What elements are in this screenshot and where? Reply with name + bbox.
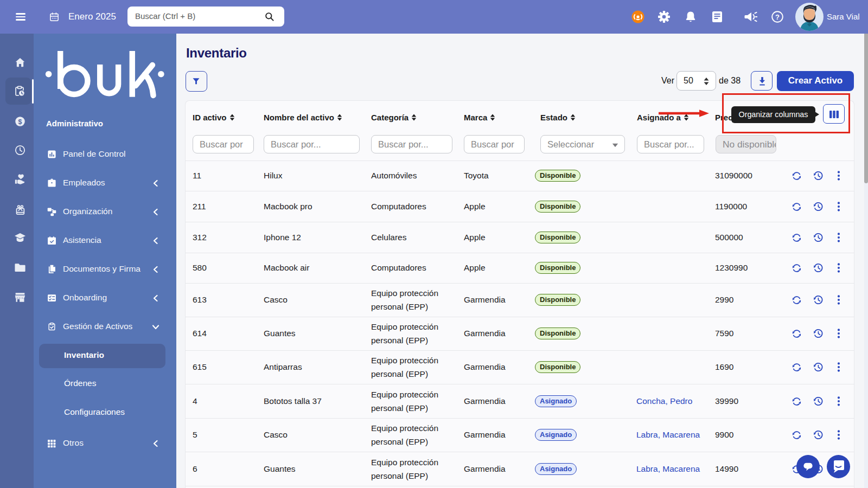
svg-text:$: $ bbox=[18, 118, 22, 126]
svg-text:?: ? bbox=[775, 13, 780, 21]
